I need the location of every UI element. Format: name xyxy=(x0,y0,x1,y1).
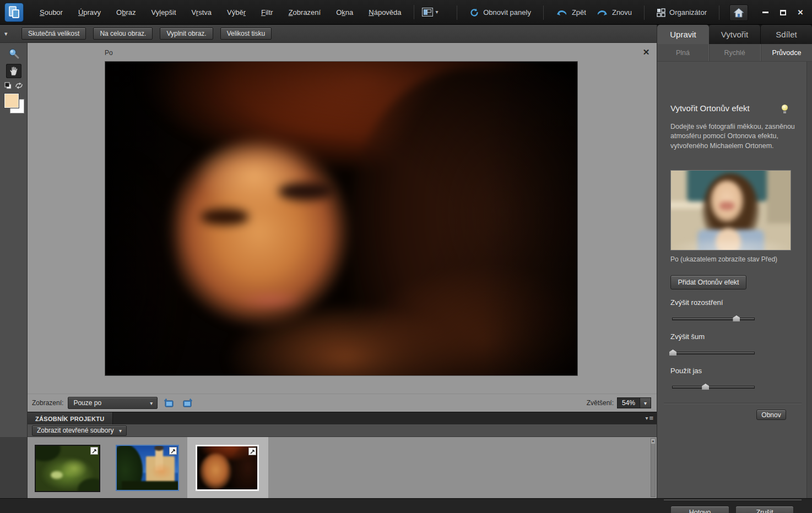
rotate-left-button[interactable] xyxy=(163,397,176,409)
home-icon xyxy=(733,8,744,18)
thumbnail-castle[interactable] xyxy=(116,445,179,491)
undo-label: Zpět xyxy=(572,8,586,17)
guided-edit-title: Vytvořit Ortonův efekt xyxy=(670,103,786,113)
foreground-color-swatch[interactable] xyxy=(4,94,19,108)
menu-filtr[interactable]: Filtr xyxy=(253,5,281,20)
bin-filter-dropdown[interactable]: Zobrazit otevřené soubory ▾ xyxy=(32,425,127,436)
edited-badge-icon xyxy=(169,447,177,455)
thumbnail-portrait-active[interactable] xyxy=(196,445,259,491)
minimize-icon xyxy=(762,12,768,13)
chevron-down-icon: ▾ xyxy=(436,9,439,15)
maximize-button[interactable] xyxy=(776,7,790,19)
menu-vyber[interactable]: Výběr xyxy=(219,5,253,20)
thumbnail-forest[interactable] xyxy=(35,445,100,492)
view-mode-dropdown[interactable]: Pouze po ▾ xyxy=(68,397,158,409)
actual-size-button[interactable]: Skutečná velikost xyxy=(21,28,86,40)
bottom-left-corner xyxy=(0,437,28,498)
hand-tool[interactable] xyxy=(6,64,21,78)
main-photo[interactable] xyxy=(105,61,578,376)
subtab-plna[interactable]: Plná xyxy=(657,44,709,61)
menu-napoveda[interactable]: Nápověda xyxy=(361,5,409,20)
maximize-icon xyxy=(780,10,786,15)
chevron-down-icon: ▾ xyxy=(119,428,122,434)
close-image-icon[interactable]: ✕ xyxy=(641,47,651,57)
guided-edit-description: Dodejte své fotografii měkkou, zasněnou … xyxy=(670,122,795,151)
options-dropdown-arrow[interactable]: ▾ xyxy=(4,30,14,37)
reset-button[interactable]: Obnov xyxy=(756,410,786,420)
close-button[interactable]: ✕ xyxy=(793,7,808,19)
organizer-label: Organizátor xyxy=(669,8,707,17)
redo-arrow-icon xyxy=(596,8,608,17)
tab-vytvorit[interactable]: Vytvořit xyxy=(709,25,761,44)
view-mode-value: Pouze po xyxy=(73,399,101,407)
redo-button[interactable]: Znovu xyxy=(594,6,634,19)
zoom-tool[interactable] xyxy=(6,46,21,61)
bin-filter-value: Zobrazit otevřené soubory xyxy=(37,427,113,434)
panel-scrollbar[interactable] xyxy=(806,62,812,498)
noise-slider-thumb[interactable] xyxy=(669,350,676,356)
tab-sdilet[interactable]: Sdílet xyxy=(761,25,812,44)
edited-badge-icon xyxy=(248,447,256,455)
done-button[interactable]: Hotovo xyxy=(670,506,729,513)
after-hover-caption: Po (ukazatelem zobrazíte stav Před) xyxy=(670,255,803,263)
divider xyxy=(664,403,802,404)
zoom-value-field[interactable]: 54% xyxy=(617,397,640,408)
zoom-dropdown-arrow[interactable]: ▾ xyxy=(640,397,651,408)
blur-slider-thumb[interactable] xyxy=(733,315,740,321)
swap-colors-icon[interactable] xyxy=(15,82,23,89)
menu-vrstva[interactable]: Vrstva xyxy=(184,5,219,20)
undo-button[interactable]: Zpět xyxy=(554,6,588,19)
reset-panels-button[interactable]: Obnovit panely xyxy=(467,6,533,20)
noise-slider[interactable] xyxy=(672,352,755,354)
subtab-rychle[interactable]: Rychlé xyxy=(709,44,761,61)
menu-obraz[interactable]: Obraz xyxy=(109,5,143,20)
menu-zobrazeni[interactable]: Zobrazení xyxy=(281,5,329,20)
fit-screen-button[interactable]: Na celou obraz. xyxy=(93,28,153,40)
print-size-button[interactable]: Velikost tisku xyxy=(220,28,272,40)
rotate-right-button[interactable] xyxy=(181,397,194,409)
color-swatches[interactable] xyxy=(3,92,25,116)
lightbulb-icon[interactable] xyxy=(781,105,788,114)
chevron-down-icon: ▾ xyxy=(645,416,648,421)
tab-upravit[interactable]: Upravit xyxy=(657,25,709,44)
blur-slider[interactable] xyxy=(672,318,755,320)
layout-switcher-button[interactable]: ▾ xyxy=(419,6,442,19)
reset-panels-label: Obnovit panely xyxy=(483,8,531,17)
home-button[interactable] xyxy=(729,4,748,21)
close-icon: ✕ xyxy=(798,8,804,17)
brightness-slider[interactable] xyxy=(672,386,755,389)
bin-filter-row: Zobrazit otevřené soubory ▾ xyxy=(28,424,657,437)
photoshop-elements-window: Soubor Úpravy Obraz Vylepšit Vrstva Výbě… xyxy=(0,0,812,513)
project-bin-tab[interactable]: ZÁSOBNÍK PROJEKTU xyxy=(28,412,113,425)
noise-slider-label: Zvýšit šum xyxy=(670,332,705,341)
edited-badge-icon xyxy=(90,447,98,455)
menu-soubor[interactable]: Soubor xyxy=(32,5,71,20)
divider xyxy=(664,499,802,500)
menubar-separator xyxy=(543,6,544,20)
menu-upravy[interactable]: Úpravy xyxy=(71,5,109,20)
minimize-button[interactable] xyxy=(758,7,772,19)
bin-scrollbar[interactable] xyxy=(651,438,656,497)
menu-okna[interactable]: Okna xyxy=(328,5,361,20)
example-render xyxy=(670,170,791,250)
layout-icon xyxy=(422,8,433,17)
fill-screen-button[interactable]: Vyplnit obraz. xyxy=(160,28,213,40)
guided-edit-content: Vytvořit Ortonův efekt Dodejte své fotog… xyxy=(657,62,807,498)
blur-slider-label: Zvýšit rozostření xyxy=(670,298,723,307)
panel-tabs: Upravit Vytvořit Sdílet xyxy=(657,25,812,44)
right-panel: Upravit Vytvořit Sdílet Plná Rychlé Prův… xyxy=(657,25,812,498)
organizer-grid-icon xyxy=(657,8,665,17)
add-orton-effect-button[interactable]: Přidat Ortonův efekt xyxy=(670,275,746,290)
cancel-button[interactable]: Zrušit xyxy=(735,506,794,513)
menu-bar: Soubor Úpravy Obraz Vylepšit Vrstva Výbě… xyxy=(0,0,812,25)
default-colors-icon[interactable] xyxy=(4,82,12,89)
subtab-pruvodce[interactable]: Průvodce xyxy=(761,44,812,61)
organizer-button[interactable]: Organizátor xyxy=(654,6,709,19)
example-preview-image[interactable] xyxy=(670,170,791,250)
menubar-separator xyxy=(414,5,414,19)
project-bin xyxy=(28,437,657,498)
zoom-value: 54% xyxy=(622,399,635,407)
bin-menu-button[interactable]: ▾ ≡ xyxy=(645,414,653,422)
brightness-slider-thumb[interactable] xyxy=(702,384,709,390)
menu-vylepsit[interactable]: Vylepšit xyxy=(144,5,184,20)
